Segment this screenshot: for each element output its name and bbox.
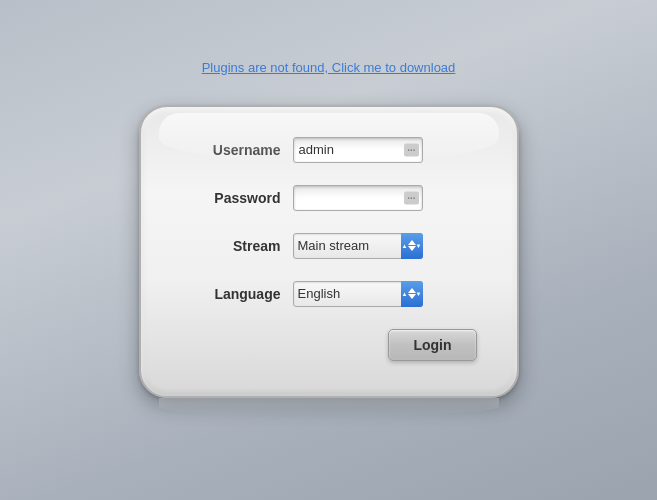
password-input-wrapper: ··· <box>293 185 423 211</box>
username-label: Username <box>181 142 281 158</box>
username-input-wrapper: ··· <box>293 137 423 163</box>
username-row: Username ··· <box>181 137 477 163</box>
login-card: Username ··· Password ··· Stream Main st… <box>139 105 519 398</box>
password-row: Password ··· <box>181 185 477 211</box>
username-input[interactable] <box>293 137 423 163</box>
password-input[interactable] <box>293 185 423 211</box>
language-select-wrapper: English Chinese French German Spanish <box>293 281 423 307</box>
stream-select-wrapper: Main stream Sub stream <box>293 233 423 259</box>
language-select[interactable]: English Chinese French German Spanish <box>293 281 423 307</box>
card-reflection <box>159 398 499 416</box>
stream-row: Stream Main stream Sub stream <box>181 233 477 259</box>
language-row: Language English Chinese French German S… <box>181 281 477 307</box>
stream-select[interactable]: Main stream Sub stream <box>293 233 423 259</box>
login-row: Login <box>181 329 477 361</box>
login-button[interactable]: Login <box>388 329 476 361</box>
password-label: Password <box>181 190 281 206</box>
stream-label: Stream <box>181 238 281 254</box>
plugin-download-link[interactable]: Plugins are not found, Click me to downl… <box>202 60 456 75</box>
language-label: Language <box>181 286 281 302</box>
